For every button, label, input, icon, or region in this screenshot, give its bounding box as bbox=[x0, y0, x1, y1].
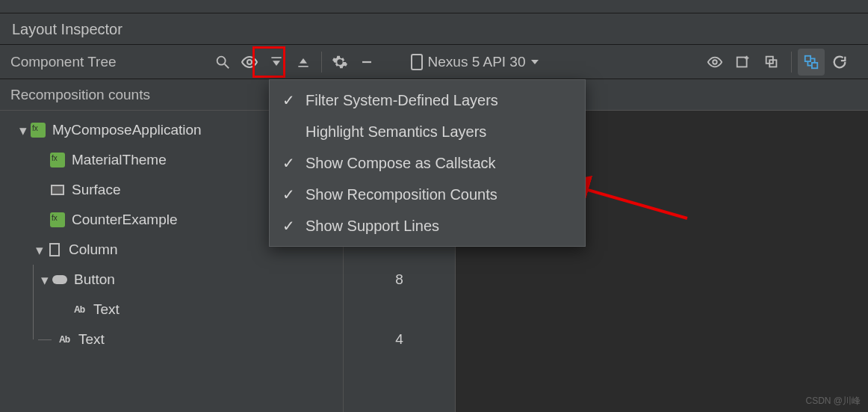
chevron-down-icon[interactable]: ▾ bbox=[38, 271, 52, 289]
check-icon: ✓ bbox=[282, 185, 295, 203]
svg-marker-6 bbox=[300, 58, 307, 64]
snapshot-add-icon[interactable] bbox=[730, 49, 757, 76]
menu-item-show-support-lines[interactable]: ✓ Show Support Lines bbox=[270, 210, 585, 242]
node-label: MaterialTheme bbox=[72, 152, 167, 168]
svg-rect-3 bbox=[271, 57, 281, 58]
chevron-down-icon[interactable]: ▾ bbox=[16, 122, 30, 139]
menu-item-label: Show Recomposition Counts bbox=[306, 186, 497, 203]
button-icon bbox=[52, 271, 68, 288]
svg-marker-9 bbox=[531, 60, 539, 64]
watermark: CSDN @川峰 bbox=[805, 395, 861, 408]
check-icon: ✓ bbox=[282, 217, 295, 235]
text-icon: Ab bbox=[56, 331, 72, 348]
tree-row[interactable]: ▾ Button bbox=[0, 265, 343, 295]
eye-icon[interactable] bbox=[236, 49, 263, 76]
component-tree-label: Component Tree bbox=[0, 54, 117, 70]
node-label: Text bbox=[78, 331, 105, 348]
svg-rect-11 bbox=[737, 57, 747, 67]
tree-row[interactable]: Ab Text bbox=[0, 325, 343, 354]
menu-item-filter-system-layers[interactable]: ✓ Filter System-Defined Layers bbox=[270, 84, 585, 116]
expand-all-icon[interactable] bbox=[290, 49, 317, 76]
collapse-all-icon[interactable] bbox=[263, 49, 290, 76]
svg-point-2 bbox=[247, 60, 252, 64]
menu-item-highlight-semantics[interactable]: Highlight Semantics Layers bbox=[270, 116, 585, 147]
count-cell: 4 bbox=[344, 325, 455, 354]
node-label: Text bbox=[93, 301, 120, 318]
count-cell: 8 bbox=[344, 265, 455, 295]
svg-rect-5 bbox=[298, 66, 308, 67]
toolbar-separator bbox=[321, 52, 322, 73]
view-options-menu: ✓ Filter System-Defined Layers Highlight… bbox=[269, 79, 586, 247]
panel-title-label: Layout Inspector bbox=[12, 21, 123, 37]
menu-item-label: Show Compose as Callstack bbox=[306, 155, 496, 172]
phone-icon bbox=[410, 53, 424, 71]
toolbar-separator-2 bbox=[791, 52, 792, 73]
layers-icon[interactable] bbox=[758, 49, 785, 76]
node-label: Surface bbox=[72, 182, 120, 198]
toolbar: Component Tree Nexus 5 API 30 bbox=[0, 45, 868, 79]
svg-rect-17 bbox=[812, 62, 817, 67]
menu-item-label: Show Support Lines bbox=[306, 218, 439, 235]
menu-item-show-recomposition-counts[interactable]: ✓ Show Recomposition Counts bbox=[270, 179, 585, 210]
minimize-icon[interactable] bbox=[353, 49, 380, 76]
svg-marker-4 bbox=[273, 61, 280, 66]
compose-icon bbox=[49, 152, 66, 168]
check-icon: ✓ bbox=[282, 91, 295, 109]
svg-rect-8 bbox=[412, 55, 422, 70]
node-label: MyComposeApplication bbox=[52, 122, 202, 138]
menu-item-show-compose-callstack[interactable]: ✓ Show Compose as Callstack bbox=[270, 147, 585, 179]
node-label: CounterExample bbox=[72, 212, 178, 228]
text-icon: Ab bbox=[71, 301, 87, 318]
chevron-down-icon[interactable]: ▾ bbox=[33, 242, 46, 259]
compose-icon bbox=[49, 212, 66, 228]
svg-point-10 bbox=[713, 60, 717, 64]
chevron-down-icon bbox=[530, 58, 539, 67]
menu-item-label: Highlight Semantics Layers bbox=[306, 123, 486, 141]
refresh-icon[interactable] bbox=[826, 49, 853, 76]
eye-icon-2[interactable] bbox=[701, 49, 728, 76]
node-label: Button bbox=[74, 271, 115, 288]
tree-row[interactable]: Ab Text bbox=[0, 295, 343, 325]
gear-icon[interactable] bbox=[326, 49, 353, 76]
sub-header-label: Recomposition counts bbox=[10, 87, 150, 102]
menu-item-label: Filter System-Defined Layers bbox=[306, 92, 498, 109]
live-updates-icon[interactable] bbox=[798, 49, 825, 76]
device-picker[interactable]: Nexus 5 API 30 bbox=[410, 53, 539, 71]
compose-icon bbox=[30, 122, 46, 138]
surface-icon bbox=[49, 182, 66, 198]
count-cell bbox=[344, 295, 455, 325]
svg-point-0 bbox=[217, 56, 225, 64]
device-label: Nexus 5 API 30 bbox=[428, 54, 526, 70]
panel-title: Layout Inspector bbox=[0, 13, 868, 45]
search-icon[interactable] bbox=[209, 49, 236, 76]
window-top-strip bbox=[0, 0, 868, 13]
svg-rect-16 bbox=[805, 55, 810, 61]
svg-line-1 bbox=[224, 64, 229, 68]
node-label: Column bbox=[69, 242, 117, 258]
check-icon: ✓ bbox=[282, 154, 295, 172]
column-icon bbox=[46, 242, 63, 258]
